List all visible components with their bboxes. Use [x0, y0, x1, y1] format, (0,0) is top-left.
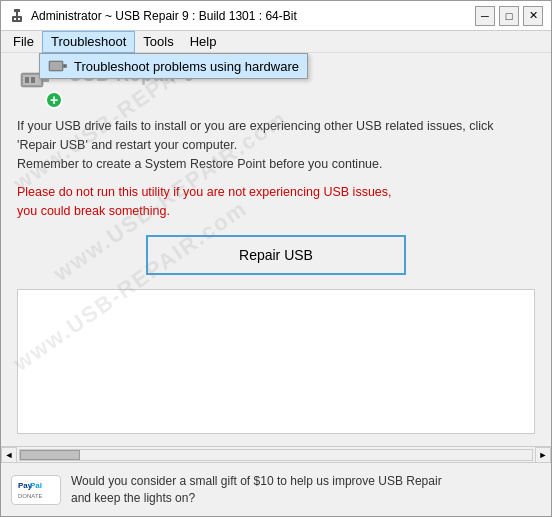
- paypal-logo: Pay Pal DONATE: [11, 475, 61, 505]
- content-area: www.USB-REPAIR.com www.USB-REPAIR.com ww…: [1, 53, 551, 462]
- scrollbar-track[interactable]: [19, 449, 533, 461]
- footer-message: Would you consider a small gift of $10 t…: [71, 473, 442, 507]
- svg-rect-0: [14, 9, 20, 12]
- scrollbar-thumb[interactable]: [20, 450, 80, 460]
- svg-rect-1: [16, 12, 18, 16]
- svg-text:DONATE: DONATE: [18, 493, 43, 499]
- title-bar: Administrator ~ USB Repair 9 : Build 130…: [1, 1, 551, 31]
- svg-text:Pal: Pal: [30, 481, 42, 490]
- horizontal-scrollbar: ◄ ►: [1, 446, 551, 462]
- troubleshoot-hardware-item[interactable]: Troubleshoot problems using hardware: [40, 54, 307, 78]
- svg-rect-11: [25, 77, 29, 83]
- window-controls: ─ □ ✕: [475, 6, 543, 26]
- troubleshoot-hardware-label: Troubleshoot problems using hardware: [74, 59, 299, 74]
- maximize-button[interactable]: □: [499, 6, 519, 26]
- scroll-left-button[interactable]: ◄: [1, 447, 17, 463]
- footer: Pay Pal DONATE Would you consider a smal…: [1, 462, 551, 516]
- menu-help[interactable]: Help: [182, 31, 225, 53]
- repair-btn-container: Repair USB: [17, 231, 535, 279]
- hardware-icon: [48, 58, 68, 74]
- svg-rect-2: [12, 16, 22, 22]
- window-title: Administrator ~ USB Repair 9 : Build 130…: [31, 9, 475, 23]
- svg-rect-3: [14, 18, 16, 20]
- close-button[interactable]: ✕: [523, 6, 543, 26]
- scroll-right-button[interactable]: ►: [535, 447, 551, 463]
- svg-rect-6: [50, 62, 62, 70]
- warning-text: Please do not run this utility if you ar…: [17, 183, 535, 221]
- svg-rect-12: [31, 77, 35, 83]
- minimize-button[interactable]: ─: [475, 6, 495, 26]
- add-circle-icon: +: [45, 91, 63, 109]
- menu-troubleshoot[interactable]: Troubleshoot: [42, 31, 135, 53]
- window-icon: [9, 8, 25, 24]
- menu-bar: File Troubleshoot Tools Help: [1, 31, 551, 53]
- repair-usb-button[interactable]: Repair USB: [146, 235, 406, 275]
- app-description: If your USB drive fails to install or yo…: [17, 117, 535, 173]
- svg-point-8: [64, 65, 66, 67]
- menu-file[interactable]: File: [5, 31, 42, 53]
- main-content: + USB Repair 9 If your USB drive fails t…: [1, 53, 551, 446]
- main-window: Administrator ~ USB Repair 9 : Build 130…: [0, 0, 552, 517]
- menu-tools[interactable]: Tools: [135, 31, 181, 53]
- svg-rect-4: [18, 18, 20, 20]
- log-area: [17, 289, 535, 434]
- troubleshoot-dropdown: Troubleshoot problems using hardware: [39, 53, 308, 79]
